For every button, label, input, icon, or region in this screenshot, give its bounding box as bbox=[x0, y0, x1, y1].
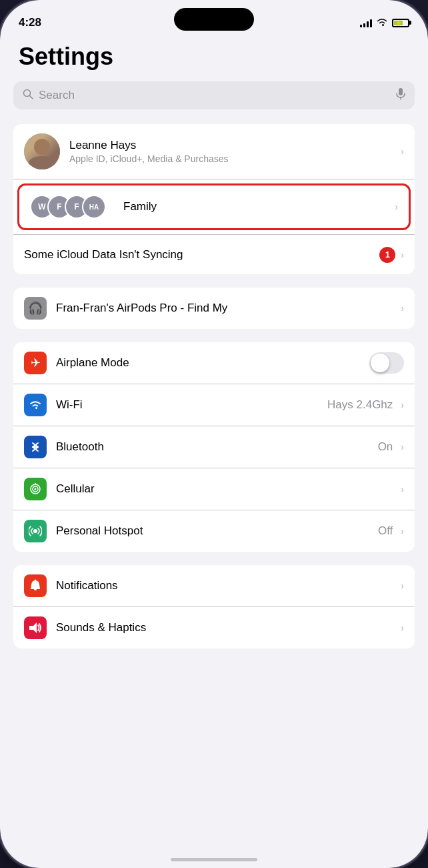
wifi-status-icon bbox=[376, 17, 388, 29]
wifi-row[interactable]: Wi-Fi Hays 2.4Ghz › bbox=[13, 384, 415, 426]
family-item[interactable]: W F F HA Family › bbox=[19, 185, 409, 228]
notifications-chevron-icon: › bbox=[401, 580, 404, 591]
profile-card: Leanne Hays Apple ID, iCloud+, Media & P… bbox=[13, 124, 415, 274]
cellular-label: Cellular bbox=[56, 482, 395, 496]
page-title: Settings bbox=[13, 37, 415, 81]
airpods-left: 🎧 Fran-Fran's AirPods Pro - Find My bbox=[24, 297, 395, 320]
airpods-card: 🎧 Fran-Fran's AirPods Pro - Find My › bbox=[13, 288, 415, 329]
toggle-knob bbox=[371, 354, 389, 372]
airpods-chevron-icon: › bbox=[401, 303, 404, 314]
icloud-alert-label: Some iCloud Data Isn't Syncing bbox=[24, 248, 379, 262]
svg-point-9 bbox=[35, 580, 37, 582]
airpods-row[interactable]: 🎧 Fran-Fran's AirPods Pro - Find My › bbox=[13, 288, 415, 329]
family-member-ha: HA bbox=[82, 195, 106, 219]
profile-row[interactable]: Leanne Hays Apple ID, iCloud+, Media & P… bbox=[13, 124, 415, 179]
bottom-spacer bbox=[13, 662, 415, 689]
sounds-row[interactable]: Sounds & Haptics › bbox=[13, 606, 415, 648]
signal-bars-icon bbox=[360, 18, 372, 27]
battery-bolt-icon: ⚡ bbox=[395, 20, 402, 26]
airpods-icon: 🎧 bbox=[24, 297, 47, 320]
family-row-wrapper: W F F HA Family › bbox=[13, 179, 415, 234]
cellular-row[interactable]: Cellular › bbox=[13, 468, 415, 510]
hotspot-label: Personal Hotspot bbox=[56, 524, 378, 538]
hotspot-row[interactable]: Personal Hotspot Off › bbox=[13, 510, 415, 552]
icloud-badge: 1 bbox=[379, 247, 395, 263]
bluetooth-settings-icon bbox=[31, 440, 40, 454]
wifi-settings-icon bbox=[29, 400, 42, 410]
status-icons: ⚡ bbox=[360, 17, 409, 29]
hotspot-settings-icon bbox=[29, 525, 42, 537]
svg-line-1 bbox=[30, 96, 33, 99]
notifications-icon-wrap bbox=[24, 574, 47, 597]
cellular-settings-icon bbox=[29, 483, 41, 495]
icloud-alert-row[interactable]: Some iCloud Data Isn't Syncing 1 › bbox=[13, 234, 415, 274]
notifications-left: Notifications bbox=[24, 574, 395, 597]
network-settings-card: ✈ Airplane Mode bbox=[13, 342, 415, 552]
hotspot-left: Personal Hotspot bbox=[24, 520, 378, 542]
bluetooth-value: On bbox=[378, 440, 393, 454]
microphone-icon bbox=[396, 88, 405, 103]
cellular-chevron-icon: › bbox=[401, 484, 404, 494]
search-icon bbox=[23, 89, 33, 102]
wifi-label: Wi-Fi bbox=[56, 398, 327, 412]
search-placeholder: Search bbox=[39, 89, 391, 102]
status-bar: 4:28 bbox=[0, 0, 428, 37]
wifi-value: Hays 2.4Ghz bbox=[327, 398, 393, 412]
hotspot-value: Off bbox=[378, 524, 393, 538]
user-name: Leanne Hays bbox=[69, 139, 229, 152]
user-info: Leanne Hays Apple ID, iCloud+, Media & P… bbox=[69, 139, 229, 164]
notifications-card: Notifications › Sound bbox=[13, 565, 415, 648]
avatar bbox=[24, 133, 60, 169]
phone-screen: 4:28 bbox=[0, 0, 428, 868]
airplane-mode-icon: ✈ bbox=[24, 352, 47, 374]
family-avatars: W F F HA bbox=[30, 195, 106, 219]
sounds-icon-wrap bbox=[24, 616, 47, 639]
sounds-settings-icon bbox=[29, 622, 42, 634]
family-row[interactable]: W F F HA Family › bbox=[17, 183, 411, 230]
family-item-left: W F F HA Family bbox=[30, 195, 389, 219]
cellular-icon-wrap bbox=[24, 478, 47, 500]
airplane-mode-toggle[interactable] bbox=[369, 352, 404, 374]
sounds-left: Sounds & Haptics bbox=[24, 616, 395, 639]
chevron-icon: › bbox=[401, 146, 404, 157]
dynamic-island bbox=[174, 8, 254, 31]
profile-row-left: Leanne Hays Apple ID, iCloud+, Media & P… bbox=[24, 133, 395, 169]
bluetooth-icon-wrap bbox=[24, 436, 47, 458]
airplane-icon-shape: ✈ bbox=[31, 356, 41, 370]
hotspot-icon-wrap bbox=[24, 520, 47, 542]
bluetooth-row[interactable]: Bluetooth On › bbox=[13, 426, 415, 468]
wifi-left: Wi-Fi bbox=[24, 394, 327, 416]
airplane-mode-label: Airplane Mode bbox=[56, 356, 369, 370]
phone-frame: 4:28 bbox=[0, 0, 428, 868]
signal-bar-4 bbox=[370, 19, 372, 27]
cellular-left: Cellular bbox=[24, 478, 395, 500]
svg-point-6 bbox=[35, 488, 37, 490]
signal-bar-1 bbox=[360, 25, 362, 27]
svg-point-8 bbox=[33, 529, 37, 533]
search-bar[interactable]: Search bbox=[13, 81, 415, 109]
notifications-row[interactable]: Notifications › bbox=[13, 565, 415, 606]
settings-content: Settings Search bbox=[0, 37, 428, 868]
battery-icon: ⚡ bbox=[392, 19, 409, 27]
signal-bar-2 bbox=[363, 23, 365, 27]
home-indicator[interactable] bbox=[171, 858, 257, 861]
status-time: 4:28 bbox=[19, 16, 41, 29]
airpods-label: Fran-Fran's AirPods Pro - Find My bbox=[56, 302, 395, 315]
icloud-chevron-icon: › bbox=[401, 250, 404, 260]
bluetooth-chevron-icon: › bbox=[401, 442, 404, 452]
sounds-chevron-icon: › bbox=[401, 622, 404, 633]
icloud-alert-left: Some iCloud Data Isn't Syncing bbox=[24, 248, 379, 262]
bluetooth-label: Bluetooth bbox=[56, 440, 378, 454]
user-subtitle: Apple ID, iCloud+, Media & Purchases bbox=[69, 153, 229, 164]
family-chevron-icon: › bbox=[395, 201, 398, 212]
signal-bar-3 bbox=[367, 21, 369, 27]
notifications-label: Notifications bbox=[56, 579, 395, 592]
airplane-mode-row[interactable]: ✈ Airplane Mode bbox=[13, 342, 415, 384]
sounds-label: Sounds & Haptics bbox=[56, 621, 395, 634]
airplane-mode-left: ✈ Airplane Mode bbox=[24, 352, 369, 374]
wifi-icon-wrap bbox=[24, 394, 47, 416]
bluetooth-left: Bluetooth bbox=[24, 436, 378, 458]
wifi-chevron-icon: › bbox=[401, 400, 404, 410]
notifications-settings-icon bbox=[29, 579, 41, 592]
family-label: Family bbox=[123, 200, 389, 213]
